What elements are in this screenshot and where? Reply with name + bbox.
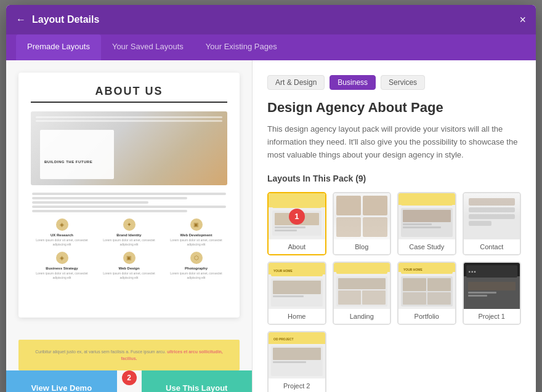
layout-card-contact[interactable]: Contact xyxy=(463,192,522,255)
layouts-grid: 1 About xyxy=(267,192,521,392)
line-1 xyxy=(32,193,226,195)
tag-row: Art & Design Business Services xyxy=(267,75,521,90)
tag-art-design[interactable]: Art & Design xyxy=(267,75,325,90)
feature-title-6: Photography xyxy=(165,266,227,270)
feature-title-2: Brand Identity xyxy=(98,233,160,237)
layout-label-project1: Project 1 xyxy=(464,309,520,324)
thumb-portfolio: YOUR HOME xyxy=(398,263,455,309)
tab-premade-layouts[interactable]: Premade Layouts xyxy=(16,34,101,60)
layout-card-blog[interactable]: Blog xyxy=(333,192,392,255)
modal-title: Layout Details xyxy=(32,14,519,25)
feature-icon-4: ◈ xyxy=(56,252,68,264)
feature-icon-2: ✦ xyxy=(123,218,136,231)
thumb-blog xyxy=(334,193,390,239)
preview-page-image: ABOUT US xyxy=(18,73,240,318)
line-2 xyxy=(32,197,187,199)
thumb-about: 1 xyxy=(269,193,325,239)
use-this-layout-button[interactable]: Use This Layout xyxy=(142,370,253,392)
thumb-home: YOUR HOME xyxy=(269,263,325,309)
layout-details-modal: ← Layout Details × Premade Layouts Your … xyxy=(6,5,536,392)
thumb-bar-2 xyxy=(36,120,222,122)
modal-body: ABOUT US xyxy=(6,60,536,392)
close-button[interactable]: × xyxy=(519,14,526,25)
feature-title-5: Web Design xyxy=(98,266,160,270)
layout-label-blog: Blog xyxy=(334,239,390,254)
layout-card-home[interactable]: YOUR HOME Home xyxy=(267,262,326,325)
back-icon[interactable]: ← xyxy=(16,14,26,25)
feature-5: ▣ Web Design Lorem ipsum dolor sit amet,… xyxy=(98,252,160,280)
layout-label-project2: Project 2 xyxy=(269,378,325,392)
tabs-bar: Premade Layouts Your Saved Layouts Your … xyxy=(6,34,536,60)
thumb-landing xyxy=(334,263,390,309)
feature-icon-6: ⬡ xyxy=(190,252,203,264)
feature-1: ◈ UX Research Lorem ipsum dolor sit amet… xyxy=(31,218,93,247)
layout-card-project1[interactable]: ■ ■ ■ Project 1 xyxy=(463,262,522,325)
layout-card-about[interactable]: 1 About xyxy=(267,192,326,255)
layout-card-portfolio[interactable]: YOUR HOME Portfolio xyxy=(397,262,456,325)
line-4 xyxy=(32,206,226,208)
preview-content: ABOUT US xyxy=(18,73,240,292)
tag-business[interactable]: Business xyxy=(330,75,376,90)
thumb-contact xyxy=(464,193,520,239)
footer-text: Curibitur aliquet justo ex, at varius se… xyxy=(35,350,166,354)
feature-4: ◈ Business Strategy Lorem ipsum dolor si… xyxy=(31,252,93,280)
layout-label-landing: Landing xyxy=(334,309,390,324)
feature-title-4: Business Strategy xyxy=(31,266,93,270)
thumb-project2: OD PROJECT xyxy=(269,332,325,378)
layout-label-portfolio: Portfolio xyxy=(398,309,455,324)
layout-label-about: About xyxy=(269,239,325,254)
feature-icon-3: ▣ xyxy=(190,218,203,231)
tag-services[interactable]: Services xyxy=(381,75,425,90)
feature-text-5: Lorem ipsum dolor sit amet, consectet ad… xyxy=(98,271,160,280)
feature-text-3: Lorem ipsum dolor sit amet, consectet ad… xyxy=(165,238,227,247)
view-live-demo-button[interactable]: View Live Demo xyxy=(6,370,117,392)
layouts-section-title: Layouts In This Pack (9) xyxy=(267,174,521,183)
thumb-casestudy xyxy=(398,193,455,239)
preview-about-us-title: ABOUT US xyxy=(31,85,227,103)
thumb-project1: ■ ■ ■ xyxy=(464,263,520,309)
preview-footer-band: Curibitur aliquet justo ex, at varius se… xyxy=(18,340,240,370)
badge-2: 2 xyxy=(122,370,137,385)
feature-text-2: Lorem ipsum dolor sit amet, consectet ad… xyxy=(98,238,160,247)
layout-card-project2[interactable]: OD PROJECT Project 2 xyxy=(267,331,326,392)
preview-features-row1: ◈ UX Research Lorem ipsum dolor sit amet… xyxy=(31,218,227,247)
preview-features-row2: ◈ Business Strategy Lorem ipsum dolor si… xyxy=(31,252,227,280)
layout-card-landing[interactable]: Landing xyxy=(333,262,392,325)
line-5 xyxy=(32,210,187,212)
preview-hero-image xyxy=(31,111,227,185)
feature-3: ▣ Web Development Lorem ipsum dolor sit … xyxy=(165,218,227,247)
preview-panel: ABOUT US xyxy=(6,60,253,392)
feature-title-1: UX Research xyxy=(31,233,93,237)
line-3 xyxy=(32,201,148,204)
layout-label-contact: Contact xyxy=(464,239,520,254)
feature-text-4: Lorem ipsum dolor sit amet, consectet ad… xyxy=(31,271,93,280)
layout-card-casestudy[interactable]: Case Study xyxy=(397,192,456,255)
layout-description: This design agency layout pack will prov… xyxy=(267,123,521,161)
thumb-bar-1 xyxy=(36,116,222,118)
layout-title: Design Agency About Page xyxy=(267,100,521,116)
feature-text-6: Lorem ipsum dolor sit amet, consectet ad… xyxy=(165,271,227,280)
badge-1: 1 xyxy=(289,209,305,225)
feature-6: ⬡ Photography Lorem ipsum dolor sit amet… xyxy=(165,252,227,280)
info-panel: Art & Design Business Services Design Ag… xyxy=(253,60,536,392)
feature-text-1: Lorem ipsum dolor sit amet, consectet ad… xyxy=(31,238,93,247)
modal-overlay: ← Layout Details × Premade Layouts Your … xyxy=(0,0,542,392)
tab-existing-pages[interactable]: Your Existing Pages xyxy=(195,34,288,60)
feature-2: ✦ Brand Identity Lorem ipsum dolor sit a… xyxy=(98,218,160,247)
feature-icon-1: ◈ xyxy=(56,218,68,231)
tab-saved-layouts[interactable]: Your Saved Layouts xyxy=(101,34,195,60)
preview-text-block xyxy=(31,193,227,212)
feature-title-3: Web Development xyxy=(165,233,227,237)
layout-label-home: Home xyxy=(269,309,325,324)
thumb-inner xyxy=(36,116,222,122)
layout-label-casestudy: Case Study xyxy=(398,239,455,254)
modal-header: ← Layout Details × xyxy=(6,5,536,34)
feature-icon-5: ▣ xyxy=(123,252,136,264)
preview-buttons-row: View Live Demo 2 Use This Layout xyxy=(6,370,252,392)
